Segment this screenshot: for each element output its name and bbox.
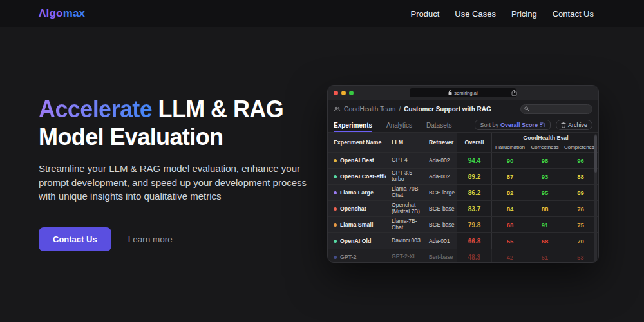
address-bar[interactable]: semiring.ai [410,88,516,97]
llm-cell: GPT-2-XL [386,249,423,263]
close-window-icon[interactable] [334,91,338,95]
hallucination-score: 55 [491,233,528,249]
hero-section: Accelerate LLM & RAG Model Evaluation St… [39,95,335,251]
hallucination-score: 82 [491,185,528,200]
hallucination-score: 84 [491,201,528,216]
tabs-row: ExperimentsAnalyticsDatasets Sort by Ove… [328,118,598,132]
overall-score: 83.7 [457,201,491,216]
retriever-cell: BGE-base [423,217,457,232]
correctness-score: 91 [528,217,562,232]
table-row[interactable]: OpenAI Cost-efficient GPT-3.5-turbo Ada-… [328,168,598,184]
overall-score: 66.8 [457,233,491,249]
table-header: Experiment Name LLM Retriever Overall Go… [328,133,598,152]
title-rest: LLM & RAG [152,96,283,122]
experiment-name: Openchat [340,205,366,212]
retriever-cell: Ada-002 [423,169,457,184]
table-row[interactable]: Llama Small Llama-7B-Chat BGE-base 79.8 … [328,216,598,232]
completeness-score: 89 [562,185,599,200]
lock-icon [448,90,452,95]
nav-links: ProductUse CasesPricingContact Us [411,9,594,19]
llm-cell: Llama-70B-Chat [386,185,423,200]
brand-logo[interactable]: Λlgomax [39,7,85,20]
nav-item-use-cases[interactable]: Use Cases [455,9,496,19]
table-row[interactable]: OpenAI Old Davinci 003 Ada-001 66.8 55 6… [328,232,598,249]
toolbar: Sort by Overall Score Archive [475,120,592,130]
hallucination-score: 42 [491,249,528,263]
correctness-score: 98 [528,153,562,168]
col-header-experiment-name[interactable]: Experiment Name [328,133,386,152]
search-input[interactable] [531,106,589,112]
experiment-status-dot [334,175,337,178]
retriever-cell: Bert-base [423,249,457,263]
completeness-score: 75 [562,217,599,232]
experiment-name: OpenAI Old [340,238,371,244]
experiment-status-dot [334,159,337,162]
overall-score: 48.3 [457,249,491,263]
completeness-score: 88 [562,169,599,184]
breadcrumb-separator: / [399,106,401,113]
share-icon[interactable] [509,88,518,97]
col-header-hallucination[interactable]: Hallucination [491,142,528,152]
experiment-status-dot [334,207,337,211]
table-scrollbar-thumb[interactable] [594,135,597,173]
title-line2: Model Evaluation [39,124,223,150]
logo-part-1: Λlgo [39,7,63,19]
tabs-container: ExperimentsAnalyticsDatasets [334,118,452,132]
nav-item-contact-us[interactable]: Contact Us [553,9,594,19]
retriever-cell: BGE-large [423,185,457,200]
llm-cell: Openchat (Mistral 7B) [386,201,423,216]
breadcrumb-project[interactable]: Customer Support with RAG [404,106,491,113]
completeness-score: 96 [562,153,599,168]
experiments-table: Experiment Name LLM Retriever Overall Go… [328,132,598,263]
zoom-window-icon[interactable] [349,91,354,95]
learn-more-link[interactable]: Learn more [128,234,173,244]
archive-button[interactable]: Archive [556,120,592,130]
col-header-llm[interactable]: LLM [386,133,423,152]
overall-score: 86.2 [457,185,491,200]
group-header-goodhealth-eval: GoodHealth Eval [491,133,599,142]
experiment-status-dot [334,256,337,259]
search-box[interactable] [520,104,592,114]
experiment-name: OpenAI Best [340,157,374,164]
overall-score: 89.2 [457,169,491,184]
hallucination-score: 90 [491,153,528,168]
retriever-cell: BGE-base [423,201,457,216]
completeness-score: 53 [562,249,599,263]
retriever-cell: Ada-002 [423,153,457,168]
col-header-completeness[interactable]: Completeness [562,142,599,152]
table-row[interactable]: GPT-2 GPT-2-XL Bert-base 48.3 42 51 53 [328,249,598,263]
llm-cell: GPT-3.5-turbo [386,169,423,184]
correctness-score: 51 [528,249,562,263]
archive-label: Archive [568,122,587,128]
llm-cell: Llama-7B-Chat [386,217,423,232]
experiment-name: GPT-2 [340,254,356,260]
completeness-score: 76 [562,201,599,216]
tab-datasets[interactable]: Datasets [426,118,451,132]
llm-cell: GPT-4 [386,153,423,168]
experiment-status-dot [334,191,337,194]
contact-us-button[interactable]: Contact Us [39,227,111,251]
minimize-window-icon[interactable] [341,91,346,95]
correctness-score: 68 [528,233,562,249]
tab-analytics[interactable]: Analytics [386,118,412,132]
experiment-name: OpenAI Cost-efficient [340,173,386,180]
nav-item-pricing[interactable]: Pricing [511,9,537,19]
cta-row: Contact Us Learn more [39,227,335,251]
sort-by-control[interactable]: Sort by Overall Score [475,120,551,130]
table-row[interactable]: Llama Large Llama-70B-Chat BGE-large 86.… [328,184,598,200]
col-header-retriever[interactable]: Retriever [423,133,457,152]
table-row[interactable]: Openchat Openchat (Mistral 7B) BGE-base … [328,200,598,216]
tab-experiments[interactable]: Experiments [334,118,372,132]
browser-titlebar: semiring.ai [328,86,598,100]
url-text: semiring.ai [454,90,477,96]
experiment-name: Llama Small [340,222,373,228]
col-header-overall[interactable]: Overall [457,133,491,152]
title-highlight: Accelerate [39,96,152,122]
search-icon [524,106,529,111]
breadcrumb-team[interactable]: GoodHealth Team [344,106,395,113]
page-title: Accelerate LLM & RAG Model Evaluation [39,95,335,151]
col-header-correctness[interactable]: Correctness [528,142,562,152]
hero-description: Streamline your LLM & RAG model evaluati… [39,162,322,203]
nav-item-product[interactable]: Product [411,9,440,19]
table-row[interactable]: OpenAI Best GPT-4 Ada-002 94.4 90 98 96 [328,152,598,168]
